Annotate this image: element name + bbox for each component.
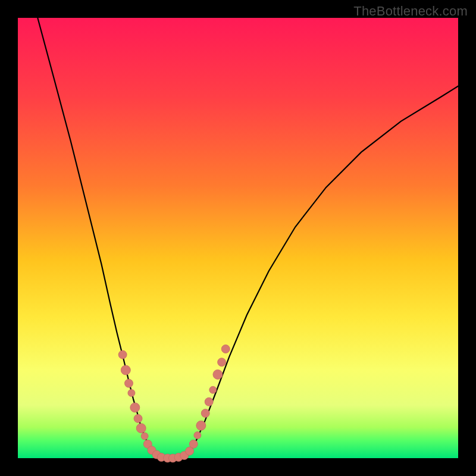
data-marker	[130, 403, 140, 412]
data-marker	[196, 421, 206, 430]
data-marker	[205, 397, 213, 406]
watermark-text: TheBottleneck.com	[353, 4, 468, 19]
curve-layer	[18, 18, 458, 458]
data-marker	[136, 424, 146, 433]
data-marker	[194, 432, 201, 439]
data-marker	[128, 389, 135, 396]
data-marker	[189, 440, 198, 448]
data-marker	[141, 433, 148, 440]
data-marker	[121, 365, 130, 375]
data-marker	[213, 369, 223, 379]
data-marker	[124, 379, 133, 387]
bottleneck-curve	[37, 18, 458, 458]
data-marker	[221, 345, 230, 353]
data-marker	[201, 409, 209, 418]
data-marker	[218, 358, 226, 367]
marker-group	[118, 345, 230, 462]
data-marker	[118, 350, 127, 359]
data-marker	[209, 386, 217, 393]
chart-frame: TheBottleneck.com	[0, 0, 476, 476]
data-marker	[134, 414, 142, 422]
